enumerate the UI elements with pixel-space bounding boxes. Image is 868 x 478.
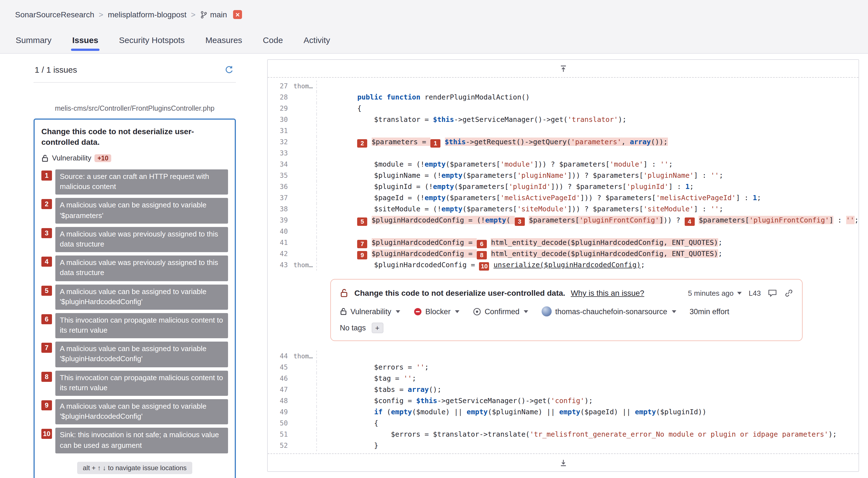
breadcrumb-org-link[interactable]: SonarSourceResearch <box>15 10 94 19</box>
blame-author: thom… <box>288 81 317 92</box>
issue-box-header: Change this code to not deserialize user… <box>340 287 793 299</box>
add-tag-button[interactable]: + <box>371 323 383 333</box>
line-number[interactable]: 40 <box>268 226 288 237</box>
tab-issues[interactable]: Issues <box>72 26 98 54</box>
flow-location-marker[interactable]: 5 <box>357 217 367 226</box>
line-number[interactable]: 43 <box>268 260 288 271</box>
line-number[interactable]: 52 <box>268 440 288 451</box>
line-number[interactable]: 36 <box>268 181 288 192</box>
issue-location-step[interactable]: 10Sink: this invocation is not safe; a m… <box>41 428 228 453</box>
issue-severity-dropdown[interactable]: Blocker <box>413 307 459 316</box>
line-number[interactable]: 51 <box>268 429 288 440</box>
flow-location-marker[interactable]: 10 <box>479 262 489 270</box>
branch-selector[interactable]: main <box>200 10 227 19</box>
blame-author <box>288 395 317 407</box>
issue-location-step[interactable]: 3A malicious value was previously assign… <box>41 227 228 252</box>
flow-location-marker[interactable]: 4 <box>684 217 694 226</box>
flow-location-marker[interactable]: 3 <box>515 217 525 226</box>
code-lines-below-issue: 44thom…45 $errors = '';46 $tag = '';47 $… <box>268 348 859 454</box>
tab-measures[interactable]: Measures <box>206 26 242 54</box>
code-viewer: 27thom…28 public function renderPluginMo… <box>267 59 859 472</box>
expand-lines-below-button[interactable] <box>557 457 569 469</box>
quality-gate-failed-badge[interactable]: ✕ <box>233 10 242 19</box>
refresh-icon <box>225 65 234 74</box>
tab-summary[interactable]: Summary <box>16 26 52 54</box>
line-number[interactable]: 41 <box>268 237 288 248</box>
line-number[interactable]: 45 <box>268 362 288 373</box>
issue-age-dropdown[interactable]: 5 minutes ago <box>688 289 741 297</box>
location-number-badge: 10 <box>41 429 52 439</box>
code-line: 31 <box>268 125 859 137</box>
code-line: 28 public function renderPluginModalActi… <box>268 92 859 103</box>
code-line: 29 { <box>268 103 859 114</box>
issue-status-dropdown[interactable]: Confirmed <box>473 307 528 316</box>
line-number[interactable]: 44 <box>268 351 288 362</box>
line-number[interactable]: 39 <box>268 215 288 226</box>
issue-location-step[interactable]: 2A malicious value can be assigned to va… <box>41 198 228 223</box>
line-number[interactable]: 27 <box>268 81 288 92</box>
flow-location-marker[interactable]: 9 <box>357 251 367 259</box>
code-text: $siteModule = (!empty($parameters['siteM… <box>317 204 723 215</box>
issue-location-step[interactable]: 4A malicious value was previously assign… <box>41 256 228 281</box>
code-text: 7 $pluginHardcodedConfig = 6 html_entity… <box>317 237 722 248</box>
line-number[interactable]: 29 <box>268 103 288 114</box>
line-number[interactable]: 46 <box>268 373 288 384</box>
issue-card-selected[interactable]: Change this code to not deserialize user… <box>34 119 236 478</box>
line-number[interactable]: 28 <box>268 92 288 103</box>
code-text: $pluginName = (!empty($parameters['plugi… <box>317 170 723 181</box>
blame-author <box>288 237 317 248</box>
expand-lines-above-button[interactable] <box>557 62 569 74</box>
line-number[interactable]: 33 <box>268 148 288 159</box>
line-number[interactable]: 37 <box>268 192 288 204</box>
line-number[interactable]: 30 <box>268 114 288 125</box>
vulnerability-lock-icon <box>340 308 347 316</box>
tab-activity[interactable]: Activity <box>304 26 330 54</box>
refresh-button[interactable] <box>225 65 234 74</box>
issue-line-ref[interactable]: L43 <box>749 289 761 297</box>
line-number[interactable]: 32 <box>268 137 288 148</box>
code-text: $tag = ''; <box>317 373 416 384</box>
blame-author <box>288 362 317 373</box>
why-is-this-an-issue-link[interactable]: Why is this an issue? <box>571 289 644 297</box>
flow-location-marker[interactable]: 8 <box>477 251 487 259</box>
issue-location-step[interactable]: 5A malicious value can be assigned to va… <box>41 284 228 310</box>
code-text: { <box>317 418 378 429</box>
permalink-icon[interactable] <box>784 289 793 297</box>
assignee-avatar <box>542 307 552 317</box>
issue-effort-label: 30min effort <box>689 307 729 316</box>
flow-location-marker[interactable]: 7 <box>357 240 367 248</box>
issue-location-step[interactable]: 8This invocation can propagate malicious… <box>41 370 228 396</box>
issue-type-label: Vulnerability <box>52 154 91 162</box>
flow-location-marker[interactable]: 2 <box>357 139 367 147</box>
line-number[interactable]: 42 <box>268 248 288 260</box>
issue-location-step[interactable]: 7A malicious value can be assigned to va… <box>41 342 228 367</box>
code-line: 51 $errors = $translator->translate('tr_… <box>268 429 859 440</box>
tab-code[interactable]: Code <box>263 26 283 54</box>
issue-message: Change this code to not deserialize user… <box>354 287 644 299</box>
issue-type-dropdown[interactable]: Vulnerability <box>340 307 400 316</box>
line-number[interactable]: 35 <box>268 170 288 181</box>
flow-location-marker[interactable]: 1 <box>430 139 440 147</box>
location-text: Sink: this invocation is not safe; a mal… <box>55 428 228 453</box>
issue-location-step[interactable]: 1Source: a user can craft an HTTP reques… <box>41 170 228 195</box>
issue-location-step[interactable]: 9A malicious value can be assigned to va… <box>41 399 228 425</box>
issue-location-step[interactable]: 6This invocation can propagate malicious… <box>41 313 228 338</box>
location-text: A malicious value can be assigned to var… <box>55 284 228 310</box>
line-number[interactable]: 48 <box>268 395 288 407</box>
line-number[interactable]: 50 <box>268 418 288 429</box>
code-text <box>317 226 323 237</box>
line-number[interactable]: 38 <box>268 204 288 215</box>
code-text <box>317 351 323 362</box>
line-number[interactable]: 49 <box>268 407 288 418</box>
line-number[interactable]: 47 <box>268 384 288 395</box>
code-text <box>317 125 323 137</box>
line-number[interactable]: 34 <box>268 159 288 170</box>
flow-location-marker[interactable]: 6 <box>477 240 487 248</box>
line-number[interactable]: 31 <box>268 125 288 137</box>
issue-severity-value: Blocker <box>425 307 451 316</box>
breadcrumb-project-link[interactable]: melisplatform-blogpost <box>108 10 187 19</box>
code-line: 41 7 $pluginHardcodedConfig = 6 html_ent… <box>268 237 859 248</box>
tab-security-hotspots[interactable]: Security Hotspots <box>119 26 185 54</box>
comment-icon[interactable] <box>768 289 777 297</box>
issue-assignee-dropdown[interactable]: thomas-chauchefoin-sonarsource <box>542 307 676 317</box>
